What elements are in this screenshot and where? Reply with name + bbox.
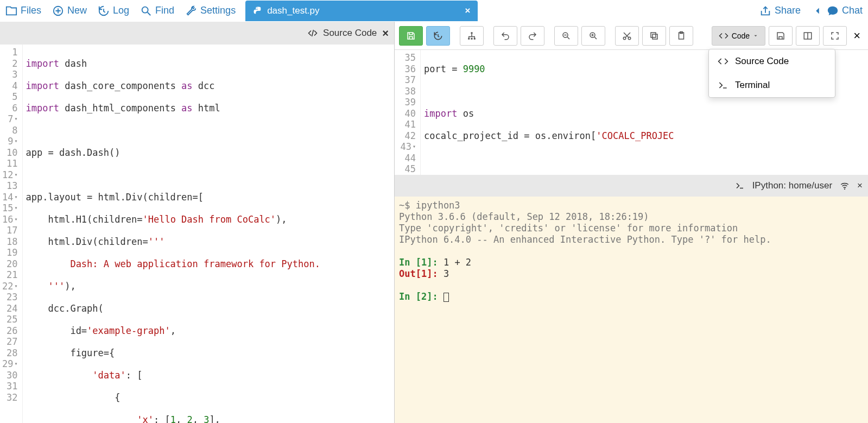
undo-button[interactable] — [493, 26, 517, 46]
save-layout-button[interactable] — [769, 26, 793, 46]
terminal-body[interactable]: ~$ ipython3 Python 3.6.6 (default, Sep 1… — [395, 197, 868, 423]
sitemap-icon — [467, 31, 477, 41]
folder-icon — [5, 5, 17, 17]
copy-icon — [649, 31, 659, 41]
split-button[interactable] — [796, 26, 820, 46]
left-gutter: 1 2 3 4 5 6 7 8 9 10 11 12 13 14 15 16 1… — [0, 45, 23, 423]
zoom-out-button[interactable] — [554, 26, 578, 46]
cut-icon — [622, 31, 632, 41]
dd-source-label: Source Code — [735, 56, 789, 67]
history-button[interactable] — [426, 26, 450, 46]
cursor-icon — [443, 293, 449, 302]
zoom-in-icon — [588, 31, 598, 41]
code-dropdown-menu: Source Code Terminal — [708, 49, 835, 98]
wifi-icon — [840, 181, 850, 191]
chat-button[interactable]: Chat — [806, 2, 868, 20]
term-line: IPython 6.4.0 -- An enhanced Interactive… — [399, 234, 864, 245]
new-label: New — [67, 5, 87, 16]
term-line: ~$ ipython3 — [399, 200, 864, 211]
terminal-icon — [718, 80, 728, 91]
svg-rect-3 — [468, 37, 470, 39]
save-button[interactable] — [399, 26, 423, 46]
svg-rect-10 — [652, 34, 657, 39]
share-icon — [759, 5, 771, 17]
columns-icon — [803, 31, 813, 41]
right-toolbar: Code × Source Code Terminal — [395, 22, 868, 50]
dropdown-terminal[interactable]: Terminal — [709, 73, 835, 97]
paste-button[interactable] — [669, 26, 693, 46]
file-tab[interactable]: dash_test.py × — [245, 1, 478, 21]
code-dropdown-button[interactable]: Code — [712, 26, 765, 46]
code-icon — [719, 31, 728, 41]
svg-rect-4 — [471, 37, 473, 39]
svg-point-15 — [844, 188, 845, 190]
paste-icon — [676, 31, 686, 41]
left-editor[interactable]: 1 2 3 4 5 6 7 8 9 10 11 12 13 14 15 16 1… — [0, 45, 394, 423]
file-tab-label: dash_test.py — [267, 5, 319, 16]
zoom-in-button[interactable] — [581, 26, 605, 46]
left-code-body[interactable]: import dash import dash_core_components … — [23, 45, 394, 423]
history-icon — [98, 5, 110, 17]
close-left-panel-icon[interactable]: × — [382, 27, 389, 40]
svg-rect-11 — [651, 33, 656, 37]
svg-rect-2 — [471, 32, 473, 34]
settings-button[interactable]: Settings — [180, 2, 241, 20]
term-line — [399, 245, 864, 257]
fullscreen-icon — [830, 31, 840, 41]
save-icon — [776, 31, 785, 41]
search-icon — [140, 5, 152, 17]
code-icon — [308, 28, 318, 38]
copy-button[interactable] — [642, 26, 666, 46]
undo-icon — [500, 31, 510, 41]
term-line: Out[1]: 3 — [399, 268, 864, 280]
close-tab-icon[interactable]: × — [465, 5, 471, 16]
chat-label: Chat — [842, 5, 863, 16]
redo-button[interactable] — [521, 26, 544, 46]
close-terminal-icon[interactable]: × — [857, 180, 863, 191]
wrench-icon — [185, 5, 197, 17]
term-line: In [1]: 1 + 2 — [399, 257, 864, 268]
close-right-panel-icon[interactable]: × — [850, 29, 864, 43]
caret-down-icon — [753, 33, 758, 39]
cut-button[interactable] — [615, 26, 639, 46]
left-panel-header: Source Code × — [0, 22, 394, 45]
plus-circle-icon — [52, 5, 64, 17]
left-pane: Source Code × 1 2 3 4 5 6 7 8 9 10 11 12… — [0, 22, 395, 423]
history-icon — [433, 31, 443, 41]
redo-icon — [528, 31, 537, 41]
files-label: Files — [21, 5, 41, 16]
settings-label: Settings — [200, 5, 236, 16]
term-line — [399, 280, 864, 291]
log-label: Log — [113, 5, 129, 16]
dropdown-source-code[interactable]: Source Code — [709, 49, 835, 73]
right-pane: Code × Source Code Terminal — [395, 22, 868, 423]
sitemap-button[interactable] — [460, 26, 484, 46]
chat-icon — [827, 5, 839, 17]
find-label: Find — [155, 5, 174, 16]
fullscreen-button[interactable] — [823, 26, 847, 46]
term-line: Type 'copyright', 'credits' or 'license'… — [399, 223, 864, 234]
python-icon — [253, 6, 263, 16]
zoom-out-icon — [561, 31, 571, 41]
share-button[interactable]: Share — [754, 2, 806, 20]
files-button[interactable]: Files — [0, 2, 47, 20]
terminal-title: IPython: home/user — [752, 180, 832, 191]
caret-left-icon — [812, 5, 823, 17]
log-button[interactable]: Log — [92, 2, 135, 20]
terminal-icon — [735, 181, 745, 191]
top-toolbar: Files New Log Find Settings dash_test.py… — [0, 0, 868, 22]
term-line: Python 3.6.6 (default, Sep 12 2018, 18:2… — [399, 211, 864, 223]
svg-point-1 — [142, 7, 148, 12]
code-icon — [718, 56, 728, 67]
find-button[interactable]: Find — [135, 2, 180, 20]
save-icon — [406, 31, 416, 41]
left-panel-title: Source Code — [323, 28, 377, 39]
term-line: In [2]: — [399, 291, 864, 302]
svg-rect-5 — [474, 37, 476, 39]
new-button[interactable]: New — [47, 2, 92, 20]
code-dd-label: Code — [732, 31, 750, 40]
terminal-header: IPython: home/user × — [395, 175, 868, 197]
dd-terminal-label: Terminal — [735, 80, 770, 91]
share-label: Share — [775, 5, 801, 16]
